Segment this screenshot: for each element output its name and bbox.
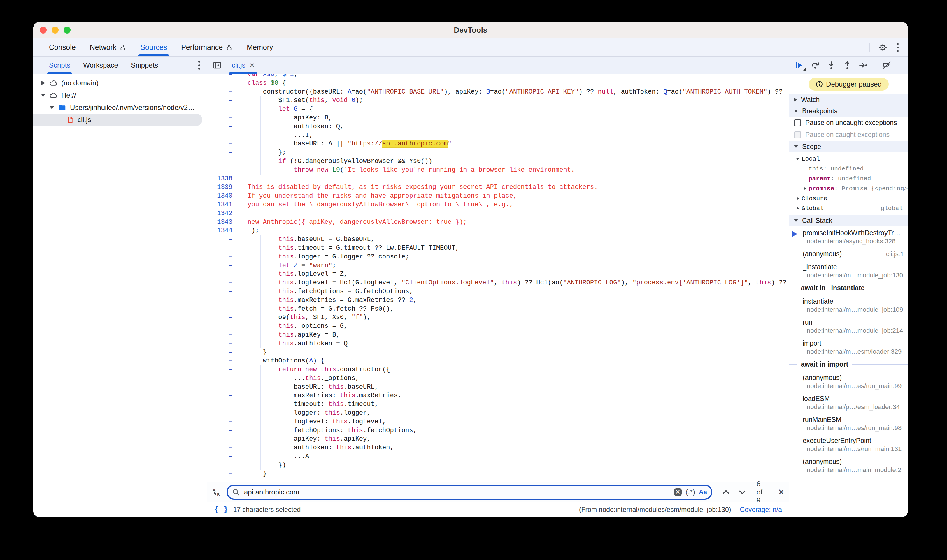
tab-console[interactable]: Console bbox=[42, 38, 83, 56]
line-number-gutter[interactable]: – bbox=[207, 391, 238, 400]
tree-item-cli-js[interactable]: cli.js bbox=[33, 114, 202, 126]
line-number-gutter[interactable]: – bbox=[207, 157, 238, 166]
tab-scripts[interactable]: Scripts bbox=[43, 57, 77, 74]
chevron-down-icon[interactable] bbox=[47, 106, 57, 109]
next-match-icon[interactable] bbox=[738, 488, 747, 497]
line-number-gutter[interactable]: – bbox=[207, 278, 238, 287]
section-call-stack[interactable]: Call Stack bbox=[789, 215, 908, 226]
line-number-gutter[interactable]: – bbox=[207, 114, 238, 122]
line-number-gutter[interactable]: – bbox=[207, 131, 238, 140]
frame-location[interactable]: node:internal/async_hooks:328 bbox=[803, 237, 904, 245]
line-number-gutter[interactable]: – bbox=[207, 348, 238, 357]
from-link[interactable]: node:internal/modules/esm/module_job:130 bbox=[599, 506, 729, 513]
line-number-gutter[interactable]: – bbox=[207, 400, 238, 409]
tab-network[interactable]: Network bbox=[83, 38, 134, 56]
step-out-button[interactable] bbox=[843, 61, 852, 70]
line-number-gutter[interactable]: – bbox=[207, 166, 238, 174]
section-scope[interactable]: Scope bbox=[789, 141, 908, 152]
match-case-toggle-icon[interactable]: Aa bbox=[699, 488, 707, 496]
line-number-gutter[interactable]: – bbox=[207, 426, 238, 435]
call-stack-frame[interactable]: loadESMnode:internal/p…/esm_loader:34 bbox=[789, 392, 908, 413]
line-number-gutter[interactable]: 1338 bbox=[207, 174, 238, 183]
call-stack-frame[interactable]: runnode:internal/m…module_job:214 bbox=[789, 316, 908, 337]
line-number-gutter[interactable]: – bbox=[207, 252, 238, 262]
line-number-gutter[interactable]: – bbox=[207, 74, 238, 79]
checkbox[interactable] bbox=[794, 119, 801, 126]
call-stack-frame[interactable]: (anonymous)node:internal/m…es/run_main:9… bbox=[789, 371, 908, 392]
call-stack-frame[interactable]: (anonymous)cli.js:1 bbox=[789, 248, 908, 260]
scope-group-local[interactable]: Local bbox=[789, 154, 908, 164]
line-number-gutter[interactable]: – bbox=[207, 357, 238, 365]
close-search-icon[interactable]: × bbox=[778, 487, 784, 497]
tree-item-file-[interactable]: file:// bbox=[33, 89, 207, 102]
close-window-button[interactable] bbox=[40, 26, 47, 34]
tab-memory[interactable]: Memory bbox=[240, 38, 280, 56]
line-number-gutter[interactable]: 1340 bbox=[207, 192, 238, 200]
line-number-gutter[interactable]: – bbox=[207, 470, 238, 478]
step-button[interactable] bbox=[859, 61, 868, 70]
call-stack-frame[interactable]: instantiatenode:internal/m…module_job:10… bbox=[789, 295, 908, 316]
line-number-gutter[interactable]: – bbox=[207, 383, 238, 392]
tree-item--no-domain-[interactable]: (no domain) bbox=[33, 77, 207, 89]
section-watch[interactable]: Watch bbox=[789, 94, 908, 106]
code-editor[interactable]: –var Xs0, $F1;–class $8 {–constructor({b… bbox=[207, 74, 789, 482]
tab-sources[interactable]: Sources bbox=[133, 38, 174, 56]
line-number-gutter[interactable]: 1339 bbox=[207, 183, 238, 192]
line-number-gutter[interactable]: – bbox=[207, 305, 238, 314]
line-number-gutter[interactable]: – bbox=[207, 331, 238, 340]
scope-group-global[interactable]: Globalglobal bbox=[789, 203, 908, 213]
frame-location[interactable]: node:internal/m…es/run_main:99 bbox=[803, 382, 904, 390]
tab-snippets[interactable]: Snippets bbox=[125, 57, 165, 74]
line-number-gutter[interactable]: – bbox=[207, 270, 238, 278]
tab-performance[interactable]: Performance bbox=[174, 38, 240, 56]
scope-group-closure[interactable]: Closure bbox=[789, 194, 908, 203]
line-number-gutter[interactable]: – bbox=[207, 96, 238, 105]
frame-location[interactable]: cli.js:1 bbox=[886, 250, 904, 258]
line-number-gutter[interactable]: – bbox=[207, 374, 238, 383]
line-number-gutter[interactable]: – bbox=[207, 435, 238, 443]
zoom-window-button[interactable] bbox=[63, 26, 71, 34]
line-number-gutter[interactable]: – bbox=[207, 340, 238, 348]
line-number-gutter[interactable]: – bbox=[207, 452, 238, 461]
frame-location[interactable]: node:internal/m…es/run_main:98 bbox=[803, 424, 904, 432]
frame-location[interactable]: node:internal/m…module_job:109 bbox=[803, 306, 904, 314]
line-number-gutter[interactable]: 1342 bbox=[207, 209, 238, 218]
call-stack-frame[interactable]: importnode:internal/m…esm/loader:329 bbox=[789, 337, 908, 358]
minimize-window-button[interactable] bbox=[52, 26, 59, 34]
collapse-navigator-icon[interactable] bbox=[213, 61, 222, 70]
line-number-gutter[interactable]: – bbox=[207, 122, 238, 131]
line-number-gutter[interactable]: – bbox=[207, 140, 238, 148]
line-number-gutter[interactable]: – bbox=[207, 105, 238, 114]
previous-match-icon[interactable] bbox=[722, 488, 730, 497]
line-number-gutter[interactable]: – bbox=[207, 417, 238, 426]
frame-location[interactable]: node:internal/m…s/run_main:131 bbox=[803, 445, 904, 453]
regex-toggle-icon[interactable]: (.*) bbox=[686, 488, 696, 496]
chevron-down-icon[interactable] bbox=[39, 94, 48, 97]
line-number-gutter[interactable]: 1343 bbox=[207, 218, 238, 227]
tree-item-users-jinhuilee-nvm-versions-node-v2-[interactable]: Users/jinhuilee/.nvm/versions/node/v2… bbox=[33, 102, 207, 114]
section-breakpoints[interactable]: Breakpoints bbox=[789, 106, 908, 117]
line-number-gutter[interactable]: – bbox=[207, 322, 238, 331]
coverage-link[interactable]: Coverage: n/a bbox=[740, 506, 782, 514]
line-number-gutter[interactable]: – bbox=[207, 461, 238, 470]
call-stack-frame[interactable]: (anonymous)node:internal/m…main_module:2 bbox=[789, 455, 908, 476]
frame-location[interactable]: node:internal/m…module_job:130 bbox=[803, 271, 904, 279]
scope-property-promise[interactable]: promise: Promise {<pending>} bbox=[789, 183, 908, 194]
frame-location[interactable]: node:internal/m…main_module:2 bbox=[803, 466, 904, 474]
resume-script-button[interactable] bbox=[794, 61, 804, 70]
call-stack-frame[interactable]: runMainESMnode:internal/m…es/run_main:98 bbox=[789, 413, 908, 434]
replace-toggle-icon[interactable]: AB bbox=[212, 487, 222, 497]
call-stack-frame[interactable]: promiseInitHookWithDestroyTr…node:intern… bbox=[789, 226, 908, 248]
editor-tab-clijs[interactable]: cli.js × bbox=[227, 57, 260, 74]
line-number-gutter[interactable]: – bbox=[207, 287, 238, 296]
line-number-gutter[interactable]: – bbox=[207, 262, 238, 270]
chevron-right-icon[interactable] bbox=[39, 81, 48, 85]
frame-location[interactable]: node:internal/m…esm/loader:329 bbox=[803, 348, 904, 355]
line-number-gutter[interactable]: – bbox=[207, 365, 238, 374]
step-into-button[interactable] bbox=[827, 61, 836, 70]
line-number-gutter[interactable]: – bbox=[207, 313, 238, 322]
line-number-gutter[interactable]: – bbox=[207, 244, 238, 252]
line-number-gutter[interactable]: – bbox=[207, 296, 238, 305]
line-number-gutter[interactable]: – bbox=[207, 88, 238, 97]
more-options-icon[interactable] bbox=[896, 42, 900, 53]
